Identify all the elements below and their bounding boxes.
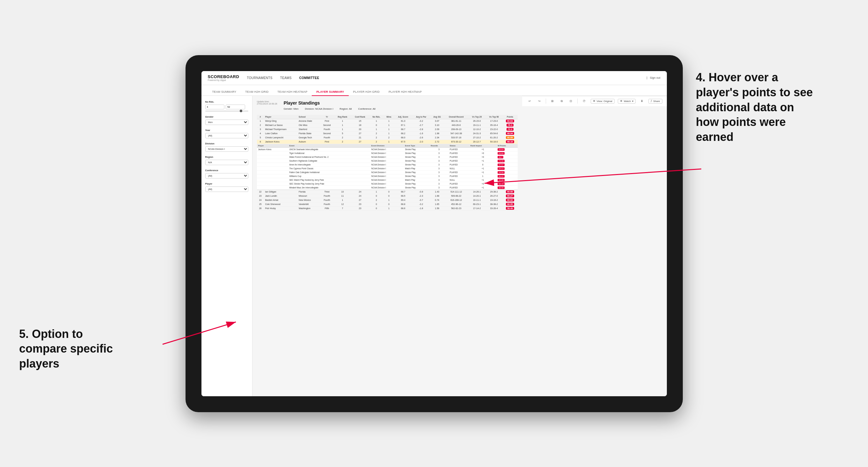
nav-committee[interactable]: COMMITTEE (299, 75, 319, 80)
share-button[interactable]: ⤴ Share (648, 99, 662, 103)
sub-cell-points[interactable]: 24.11 (496, 166, 517, 170)
cell-points[interactable]: 60.69 (502, 135, 517, 139)
tab-player-summary[interactable]: PLAYER SUMMARY (312, 88, 348, 96)
cell-points[interactable]: 60.64 (502, 119, 517, 123)
cell-points[interactable]: 60.27 (502, 194, 517, 198)
sub-points-badge[interactable]: 00.64 (498, 148, 504, 151)
cell-player: Jack Lundin (264, 194, 298, 198)
division-select[interactable]: NCAA Division I (205, 146, 248, 152)
cell-points[interactable]: 60.02 (502, 198, 517, 202)
points-badge[interactable]: 60.27 (506, 194, 514, 197)
sub-cell-rounds: 3 (429, 174, 448, 178)
cell-wins: 2 (384, 135, 394, 139)
sub-cell-points[interactable]: 16.50 (496, 170, 517, 174)
sub-points-badge[interactable]: 46.7 (498, 156, 503, 158)
separator-icon: | (647, 76, 647, 80)
cell-points[interactable]: 60.95 (502, 202, 517, 206)
sub-cell-points[interactable]: 00.64 (496, 147, 517, 151)
sub-cell-event: SEC Match Play hosted by Jerry Pate (288, 178, 370, 182)
cell-adj: 67.1 (394, 123, 412, 127)
col-wins: Wins (384, 115, 394, 119)
cell-yr: Fourth (320, 194, 334, 198)
cell-yr: Fifth (320, 206, 334, 210)
points-badge[interactable]: 58.49 (506, 207, 514, 210)
cell-top50: 23-22-0 (486, 127, 503, 131)
points-badge[interactable]: 68.18 (506, 140, 514, 143)
sign-out-link[interactable]: Sign out (650, 76, 660, 80)
sub-points-badge[interactable]: 73.33 (498, 160, 504, 162)
cell-points[interactable]: 68.94 (502, 131, 517, 135)
points-badge[interactable]: 68.94 (506, 132, 514, 135)
tab-player-h2h-grid[interactable]: PLAYER H2H GRID (349, 88, 384, 96)
undo-button[interactable]: ↩ (527, 99, 533, 103)
points-badge[interactable]: 60.69 (506, 136, 514, 139)
sub-cell-points[interactable]: 25.98 (496, 178, 517, 182)
top-navigation: SCOREBOARD Powered by clippd TOURNAMENTS… (202, 71, 667, 85)
cell-player: Ian Gilligan (264, 190, 298, 194)
conference-select[interactable]: (All) (205, 173, 248, 179)
sub-cell-event: The Cypress Point Classic (288, 166, 370, 170)
table-row: 26 Petr Hruby Washington Fifth 7 23 0 1 … (257, 206, 518, 210)
cell-school: Stanford (298, 127, 320, 131)
tab-team-h2h-heatmap[interactable]: TEAM H2H HEATMAP (273, 88, 312, 96)
cell-school: Ole Miss (298, 123, 320, 127)
region-select[interactable]: N/A (205, 160, 248, 165)
tab-player-h2h-heatmap[interactable]: PLAYER H2H HEATMAP (384, 88, 426, 96)
cell-player: Michael La Sasso (264, 123, 298, 127)
points-badge[interactable]: 60.02 (506, 198, 514, 201)
sub-points-badge[interactable]: 25.98 (498, 179, 504, 181)
player-select[interactable]: (All) (205, 186, 248, 192)
cell-num: 6 (257, 139, 264, 144)
cell-points[interactable]: 58.49 (502, 206, 517, 210)
cell-points[interactable]: 68.18 (502, 139, 517, 144)
watch-button[interactable]: 👁 Watch ▾ (618, 99, 636, 103)
clock-button[interactable]: ⏱ (581, 99, 588, 103)
sub-cell-division: NCAA Division I (370, 174, 404, 178)
points-badge[interactable]: 60.68 (506, 190, 514, 193)
cell-record: 440-26-6 (444, 123, 468, 127)
cell-conf: 23 (351, 202, 369, 206)
sub-points-badge[interactable]: 37.57 (498, 163, 504, 166)
sub-cell-type: Stroke Play (404, 147, 429, 151)
cell-points[interactable]: 72.2 (502, 127, 517, 131)
nav-tournaments[interactable]: TOURNAMENTS (247, 75, 272, 80)
sub-cell-points[interactable]: 56.18 (496, 182, 517, 186)
tab-team-h2h-grid[interactable]: TEAM H2H GRID (241, 88, 273, 96)
cell-par: -1.8 (412, 206, 430, 210)
points-badge[interactable]: 60.64 (506, 120, 514, 122)
gender-select[interactable]: Men (205, 120, 248, 125)
view-original-button[interactable]: 👁 View: Original (591, 99, 615, 103)
sub-points-badge[interactable]: 53.60 (498, 152, 504, 155)
sub-cell-points[interactable]: 66.40 (496, 186, 517, 189)
paste-button[interactable]: ⊡ (568, 99, 574, 103)
sub-table-data-row: Jackson Koivu UNCW Seahawk Intercollegia… (257, 147, 518, 151)
cell-points[interactable]: 76.3 (502, 123, 517, 127)
points-badge[interactable]: 76.3 (506, 124, 514, 127)
redo-button[interactable]: ↪ (536, 99, 542, 103)
sub-points-badge[interactable]: 24.11 (498, 167, 504, 170)
points-badge[interactable]: 72.2 (506, 128, 514, 131)
sub-points-badge[interactable]: 56.18 (498, 183, 504, 185)
tab-team-summary[interactable]: TEAM SUMMARY (208, 88, 241, 96)
cell-points[interactable]: 60.68 (502, 190, 517, 194)
sub-cell-points[interactable]: 46.7 (496, 155, 517, 159)
filter-button[interactable]: ⊞ (549, 99, 556, 103)
sub-points-badge[interactable]: 66.40 (498, 186, 504, 189)
sub-points-badge[interactable]: 16.50 (498, 171, 504, 174)
sub-cell-status: PLAYED (448, 186, 469, 189)
no-rds-to-input[interactable] (226, 104, 245, 110)
sub-cell-points[interactable]: 30.47 (496, 174, 517, 178)
cell-wins: 0 (384, 194, 394, 198)
cell-reg: 1 (334, 123, 351, 127)
download-button[interactable]: ⬇ (639, 99, 645, 103)
sub-cell-points[interactable]: 73.33 (496, 159, 517, 162)
sub-cell-points[interactable]: 53.60 (496, 151, 517, 155)
sub-cell-points[interactable]: 37.57 (496, 162, 517, 166)
points-badge[interactable]: 60.95 (506, 203, 514, 206)
sub-points-badge[interactable]: 30.47 (498, 175, 504, 178)
year-select[interactable]: (All) (205, 133, 248, 138)
cell-sg: 1.56 (430, 206, 444, 210)
nav-teams[interactable]: TEAMS (280, 75, 292, 80)
no-rds-from-input[interactable] (205, 104, 225, 110)
copy-button[interactable]: ⧉ (559, 99, 564, 103)
